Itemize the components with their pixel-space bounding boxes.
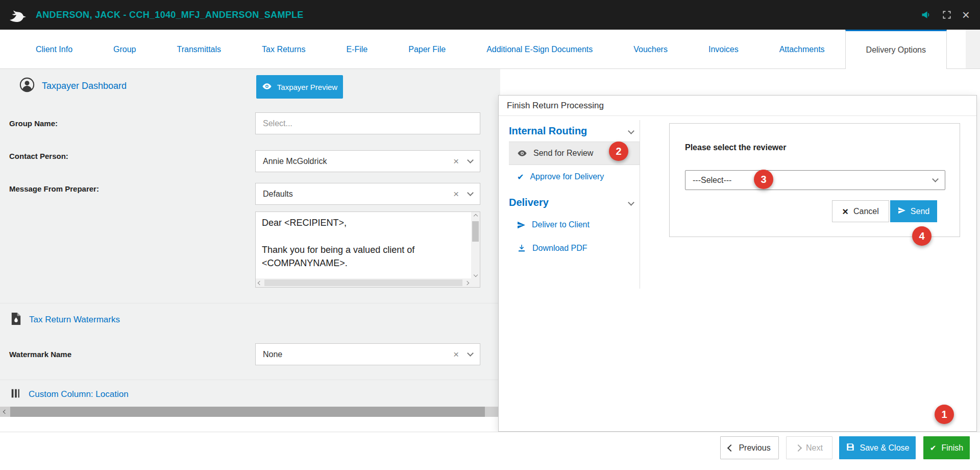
group-name-select[interactable]: Select... bbox=[255, 112, 480, 134]
send-label: Send bbox=[911, 207, 929, 216]
previous-button[interactable]: Previous bbox=[720, 436, 779, 459]
message-from-preparer-value: Defaults bbox=[263, 190, 293, 199]
scroll-left-icon[interactable] bbox=[0, 410, 10, 413]
internal-routing-section-header[interactable]: Internal Routing bbox=[509, 120, 640, 142]
taxpayer-dashboard-header[interactable]: Taxpayer Dashboard bbox=[19, 77, 127, 95]
delivery-section-header[interactable]: Delivery bbox=[509, 189, 640, 213]
tab-additional-e-sign-documents[interactable]: Additional E-Sign Documents bbox=[466, 30, 613, 69]
cancel-button[interactable]: × Cancel bbox=[832, 200, 889, 222]
nav-item-label: Approve for Delivery bbox=[530, 172, 604, 181]
paper-plane-icon bbox=[517, 221, 526, 229]
app-logo-icon bbox=[8, 7, 27, 22]
send-button[interactable]: Send bbox=[890, 200, 937, 222]
section-divider bbox=[0, 380, 500, 380]
download-icon bbox=[517, 244, 526, 253]
eye-icon bbox=[517, 148, 527, 158]
scroll-left-icon[interactable] bbox=[256, 281, 264, 285]
tab-client-info[interactable]: Client Info bbox=[15, 30, 93, 69]
nav-item-deliver-to-client[interactable]: Deliver to Client bbox=[509, 213, 640, 237]
check-icon: ✔ bbox=[930, 443, 937, 453]
group-name-label: Group Name: bbox=[9, 119, 58, 129]
section-divider bbox=[0, 303, 500, 303]
tab-tax-returns[interactable]: Tax Returns bbox=[241, 30, 326, 69]
chevron-down-icon bbox=[932, 176, 939, 182]
step-badge-2: 2 bbox=[609, 142, 628, 161]
save-and-close-label: Save & Close bbox=[860, 443, 910, 453]
scroll-up-icon[interactable] bbox=[471, 212, 480, 220]
step-badge-1: 1 bbox=[935, 405, 954, 424]
nav-item-approve-for-delivery[interactable]: ✔ Approve for Delivery bbox=[509, 165, 640, 189]
tab-delivery-options[interactable]: Delivery Options bbox=[845, 30, 947, 69]
message-body-text: Dear <RECIPIENT>, Thank you for being a … bbox=[262, 216, 463, 270]
announcement-icon[interactable] bbox=[920, 10, 932, 20]
taxpayer-preview-label: Taxpayer Preview bbox=[277, 83, 337, 91]
delivery-title: Delivery bbox=[509, 197, 549, 208]
nav-item-label: Download PDF bbox=[532, 244, 587, 253]
taxpayer-dashboard-title: Taxpayer Dashboard bbox=[42, 81, 127, 91]
message-body-textarea[interactable]: Dear <RECIPIENT>, Thank you for being a … bbox=[255, 212, 480, 288]
nav-item-label: Send for Review bbox=[533, 149, 593, 158]
scroll-down-icon[interactable] bbox=[471, 271, 480, 279]
next-label: Next bbox=[806, 443, 823, 453]
window-title: ANDERSON, JACK - CCH_1040_MFJ_ANDERSON_S… bbox=[36, 10, 304, 20]
nav-item-download-pdf[interactable]: Download PDF bbox=[509, 237, 640, 260]
panel-horizontal-scrollbar[interactable] bbox=[0, 407, 500, 417]
fullscreen-icon[interactable] bbox=[942, 10, 952, 20]
custom-column-header[interactable]: Custom Column: Location bbox=[10, 388, 129, 401]
watermark-icon bbox=[10, 312, 22, 327]
cancel-label: Cancel bbox=[853, 207, 879, 216]
chevron-down-icon[interactable] bbox=[467, 190, 474, 196]
tab-invoices[interactable]: Invoices bbox=[688, 30, 759, 69]
step-badge-3: 3 bbox=[754, 170, 773, 189]
tab-attachments[interactable]: Attachments bbox=[759, 30, 845, 69]
chevron-down-icon[interactable] bbox=[467, 157, 474, 163]
scroll-right-icon[interactable] bbox=[463, 281, 471, 285]
tax-return-watermarks-header[interactable]: Tax Return Watermarks bbox=[10, 312, 120, 327]
message-line-1: Dear <RECIPIENT>, bbox=[262, 216, 463, 229]
chevron-down-icon bbox=[628, 128, 634, 134]
clear-icon[interactable]: × bbox=[453, 349, 459, 359]
scrollbar-thumb[interactable] bbox=[264, 279, 462, 286]
tax-return-watermarks-title: Tax Return Watermarks bbox=[29, 315, 120, 325]
finish-label: Finish bbox=[941, 443, 963, 453]
clear-icon[interactable]: × bbox=[453, 189, 459, 199]
save-and-close-button[interactable]: Save & Close bbox=[839, 436, 916, 459]
tab-paper-file[interactable]: Paper File bbox=[388, 30, 466, 69]
message-line-2: Thank you for being a valued client of <… bbox=[262, 243, 463, 270]
contact-person-label: Contact Person: bbox=[9, 151, 68, 161]
person-icon bbox=[19, 77, 35, 95]
chevron-down-icon[interactable] bbox=[467, 350, 474, 357]
tab-vouchers[interactable]: Vouchers bbox=[613, 30, 688, 69]
watermark-name-value: None bbox=[263, 350, 282, 359]
previous-label: Previous bbox=[739, 443, 770, 453]
footer-bar: Previous Next Save & Close ✔ Finish bbox=[0, 432, 980, 470]
taxpayer-preview-button[interactable]: Taxpayer Preview bbox=[256, 75, 343, 99]
scrollbar-corner bbox=[471, 278, 480, 287]
next-button[interactable]: Next bbox=[786, 436, 832, 459]
message-from-preparer-combobox[interactable]: Defaults × bbox=[255, 183, 480, 205]
contact-person-combobox[interactable]: Annie McGoldrick × bbox=[255, 150, 480, 172]
finish-button[interactable]: ✔ Finish bbox=[923, 436, 970, 459]
app-window: ANDERSON, JACK - CCH_1040_MFJ_ANDERSON_S… bbox=[0, 0, 980, 470]
save-icon bbox=[846, 442, 855, 454]
tab-group[interactable]: Group bbox=[93, 30, 156, 69]
dialog-title: Finish Return Processing bbox=[499, 96, 976, 116]
watermark-name-combobox[interactable]: None × bbox=[255, 343, 480, 365]
reviewer-select[interactable]: ---Select--- bbox=[685, 170, 945, 190]
horizontal-scrollbar[interactable] bbox=[256, 278, 471, 287]
vertical-scrollbar[interactable] bbox=[471, 212, 480, 279]
paper-plane-icon bbox=[898, 206, 906, 217]
clear-icon[interactable]: × bbox=[453, 156, 459, 166]
nav-item-label: Deliver to Client bbox=[532, 220, 590, 229]
eye-icon bbox=[262, 81, 272, 93]
scrollbar-thumb[interactable] bbox=[10, 407, 485, 417]
check-icon: ✔ bbox=[517, 172, 524, 182]
contact-person-value: Annie McGoldrick bbox=[263, 157, 327, 166]
chevron-right-icon bbox=[795, 444, 802, 451]
x-icon: × bbox=[842, 206, 848, 217]
tab-transmittals[interactable]: Transmittals bbox=[157, 30, 242, 69]
columns-icon bbox=[10, 388, 21, 401]
scrollbar-thumb[interactable] bbox=[472, 221, 479, 242]
close-icon[interactable]: × bbox=[962, 8, 970, 21]
tab-e-file[interactable]: E-File bbox=[326, 30, 388, 69]
